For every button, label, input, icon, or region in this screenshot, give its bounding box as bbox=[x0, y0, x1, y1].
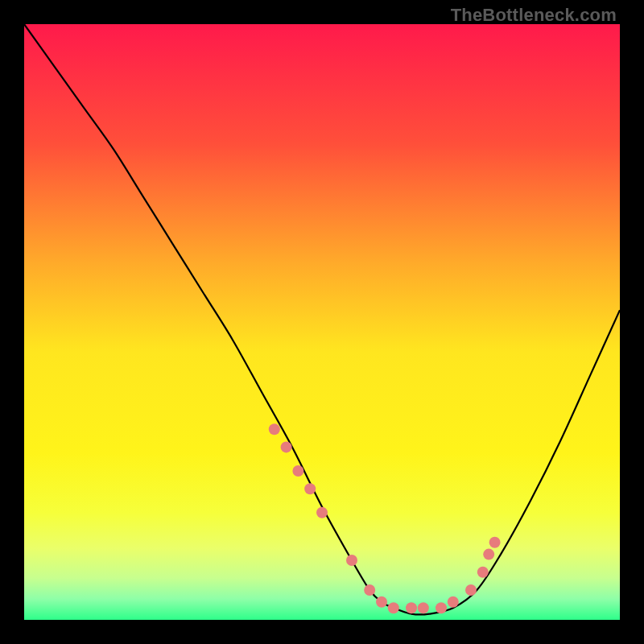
highlight-dot bbox=[477, 567, 489, 578]
plot-area bbox=[24, 24, 620, 620]
highlight-dot bbox=[465, 584, 477, 596]
highlight-dot bbox=[304, 483, 316, 494]
highlight-dot bbox=[406, 602, 417, 613]
highlight-dots bbox=[269, 423, 501, 613]
highlight-dot bbox=[436, 602, 447, 613]
highlight-dot bbox=[269, 423, 280, 435]
bottleneck-curve bbox=[24, 24, 620, 615]
highlight-dot bbox=[418, 602, 429, 613]
highlight-dot bbox=[292, 465, 303, 477]
highlight-dot bbox=[376, 597, 387, 608]
highlight-dot bbox=[316, 507, 328, 518]
curve-layer bbox=[24, 24, 620, 620]
highlight-dot bbox=[489, 537, 501, 548]
highlight-dot bbox=[281, 441, 292, 452]
chart-container: TheBottleneck.com bbox=[0, 0, 644, 644]
highlight-dot bbox=[364, 584, 375, 596]
watermark-text: TheBottleneck.com bbox=[451, 5, 617, 26]
highlight-dot bbox=[483, 549, 494, 560]
highlight-dot bbox=[388, 602, 399, 613]
highlight-dot bbox=[346, 555, 357, 566]
highlight-dot bbox=[448, 597, 459, 608]
